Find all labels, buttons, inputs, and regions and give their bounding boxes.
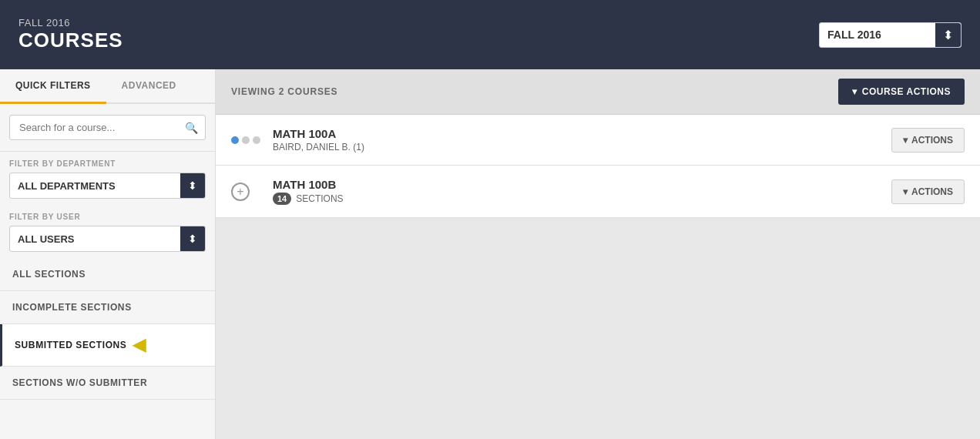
course-list: MATH 100A BAIRD, DANIEL B. (1) ACTIONS +… (216, 115, 980, 218)
content-area: VIEWING 2 COURSES COURSE ACTIONS MATH 10… (216, 69, 980, 439)
course-actions-label: COURSE ACTIONS (862, 86, 951, 97)
plus-icon[interactable]: + (231, 183, 250, 201)
arrow-annotation-icon: ◀ (133, 335, 146, 355)
search-input[interactable] (9, 115, 206, 140)
filter-user-select[interactable]: ALL USERS (10, 227, 180, 251)
filter-department-arrow: ⬍ (180, 173, 205, 198)
semester-select-wrapper[interactable]: FALL 2016 SPRING 2017 ⬍ (819, 22, 962, 48)
sidebar-search-wrapper: 🔍 (0, 104, 215, 152)
filter-user-arrow: ⬍ (180, 226, 205, 251)
course-info-100b: MATH 100B 14 SECTIONS (273, 178, 881, 205)
dot-empty-icon-2 (253, 136, 260, 144)
tab-advanced[interactable]: ADVANCED (106, 69, 192, 104)
sections-label: SECTIONS (296, 193, 343, 204)
chevron-down-icon-100b (903, 186, 908, 197)
actions-label-100a: ACTIONS (911, 135, 953, 146)
filter-user-label: FILTER BY USER (9, 213, 206, 221)
actions-label-100b: ACTIONS (911, 186, 953, 197)
filter-user-group: FILTER BY USER ALL USERS ⬍ (0, 205, 215, 258)
submitted-sections-label: SUBMITTED SECTIONS (15, 340, 126, 350)
chevron-down-icon (852, 86, 858, 97)
tab-quick-filters[interactable]: QUICK FILTERS (0, 69, 106, 104)
course-sub-100b: 14 SECTIONS (273, 193, 881, 205)
table-row: MATH 100A BAIRD, DANIEL B. (1) ACTIONS (216, 115, 980, 166)
header-semester: FALL 2016 (18, 17, 123, 28)
filter-department-select[interactable]: ALL DEPARTMENTS (10, 174, 180, 198)
header: FALL 2016 COURSES FALL 2016 SPRING 2017 … (0, 0, 980, 69)
semester-select[interactable]: FALL 2016 SPRING 2017 (827, 28, 928, 41)
header-title: COURSES (18, 28, 123, 52)
course-actions-button[interactable]: COURSE ACTIONS (838, 79, 965, 105)
semester-select-arrow: ⬍ (935, 23, 961, 47)
actions-button-100a[interactable]: ACTIONS (891, 128, 965, 152)
actions-button-100b[interactable]: ACTIONS (891, 179, 965, 204)
section-badge: 14 (273, 193, 291, 205)
header-title-block: FALL 2016 COURSES (18, 17, 123, 52)
course-info-100a: MATH 100A BAIRD, DANIEL B. (1) (273, 127, 881, 152)
sidebar-item-submitted-sections[interactable]: SUBMITTED SECTIONS ◀ (0, 324, 215, 367)
sidebar-nav: ALL SECTIONS INCOMPLETE SECTIONS SUBMITT… (0, 258, 215, 439)
table-row: + MATH 100B 14 SECTIONS ACTIONS (216, 166, 980, 218)
filter-department-group: FILTER BY DEPARTMENT ALL DEPARTMENTS ⬍ (0, 152, 215, 205)
dot-empty-icon-1 (242, 136, 250, 144)
filter-user-select-wrapper[interactable]: ALL USERS ⬍ (9, 226, 206, 252)
course-indicator-100a (231, 136, 262, 144)
sidebar-tabs: QUICK FILTERS ADVANCED (0, 69, 215, 104)
viewing-label: VIEWING 2 COURSES (231, 86, 337, 97)
chevron-down-icon-100a (903, 135, 908, 146)
sidebar-item-sections-without-submitter[interactable]: SECTIONS W/O SUBMITTER (0, 367, 215, 400)
filter-department-select-wrapper[interactable]: ALL DEPARTMENTS ⬍ (9, 173, 206, 199)
course-name-100a: MATH 100A (273, 127, 881, 140)
submitted-sections-row: SUBMITTED SECTIONS ◀ (15, 335, 203, 355)
content-toolbar: VIEWING 2 COURSES COURSE ACTIONS (216, 69, 980, 115)
search-icon: 🔍 (185, 122, 198, 134)
main-layout: QUICK FILTERS ADVANCED 🔍 FILTER BY DEPAR… (0, 69, 980, 439)
course-name-100b: MATH 100B (273, 178, 881, 191)
sidebar-item-incomplete-sections[interactable]: INCOMPLETE SECTIONS (0, 291, 215, 324)
course-indicator-100b: + (231, 183, 262, 201)
filter-department-label: FILTER BY DEPARTMENT (9, 159, 206, 168)
sidebar-item-all-sections[interactable]: ALL SECTIONS (0, 258, 215, 291)
dot-filled-icon (231, 136, 239, 144)
course-sub-100a: BAIRD, DANIEL B. (1) (273, 142, 881, 152)
sidebar: QUICK FILTERS ADVANCED 🔍 FILTER BY DEPAR… (0, 69, 216, 439)
